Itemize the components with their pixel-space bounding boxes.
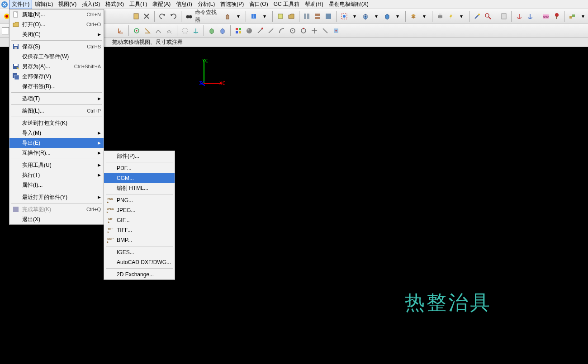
file-menu-item-1[interactable]: 打开(O)...Ctrl+O <box>9 19 104 29</box>
file-menu-item-21[interactable]: 属性(I)... <box>9 180 104 190</box>
note-icon[interactable]: note <box>541 11 551 21</box>
menu-view[interactable]: 视图(V) <box>56 0 79 9</box>
dropdown-arrow-icon[interactable]: ▾ <box>393 11 403 21</box>
file-menu-item-6[interactable]: 另存为(A)...Ctrl+Shift+A <box>9 61 104 71</box>
lightning-icon[interactable] <box>446 11 456 21</box>
menu-xingchuang[interactable]: 星创电极编程(X) <box>326 0 371 9</box>
menu-prefs[interactable]: 首选项(P) <box>218 0 247 9</box>
menu-info[interactable]: 信息(I) <box>173 0 194 9</box>
circle-point-icon[interactable] <box>299 26 308 36</box>
menu-assembly[interactable]: 装配(A) <box>150 0 173 9</box>
menu-tools[interactable]: 工具(T) <box>127 0 150 9</box>
colors-icon[interactable] <box>233 26 243 36</box>
curve-icon[interactable] <box>153 26 163 36</box>
export-submenu-item-4[interactable]: 编创 HTML... <box>104 183 175 193</box>
file-menu-item-17[interactable]: 互操作(R)...▶ <box>9 148 104 158</box>
layers-icon[interactable] <box>408 11 418 21</box>
select-rect-icon[interactable] <box>180 26 190 36</box>
fit-icon[interactable] <box>339 11 349 21</box>
export-submenu-item-6[interactable]: PNG▸PNG... <box>104 195 175 205</box>
sheet-icon[interactable] <box>499 11 509 21</box>
export-submenu-item-13[interactable]: AutoCAD DXF/DWG... <box>104 257 175 267</box>
line-icon[interactable] <box>266 26 276 36</box>
new-part-icon[interactable] <box>275 11 285 21</box>
menu-file[interactable]: 文件(F) <box>9 0 32 9</box>
file-menu-item-2[interactable]: 关闭(C)▶ <box>9 29 104 39</box>
layout3-icon[interactable] <box>323 11 333 21</box>
delete-icon[interactable] <box>142 11 152 21</box>
file-menu-item-15[interactable]: 导入(M)▶ <box>9 128 104 138</box>
cube-green-icon[interactable] <box>207 26 217 36</box>
file-menu-item-10[interactable]: 选项(T)▶ <box>9 94 104 104</box>
boxes-icon[interactable] <box>567 11 577 21</box>
file-menu-item-5[interactable]: 仅保存工作部件(W) <box>9 52 104 61</box>
dropdown-arrow-icon[interactable]: ▾ <box>350 11 360 21</box>
circle-center-icon[interactable] <box>288 26 298 36</box>
binoculars-icon[interactable] <box>184 11 194 21</box>
coord-origin-icon[interactable] <box>116 26 126 36</box>
file-menu-item-26[interactable]: 退出(X) <box>9 214 104 224</box>
menu-format[interactable]: 格式(R) <box>103 0 127 9</box>
file-menu-item-12[interactable]: 绘图(L)...Ctrl+P <box>9 106 104 116</box>
menu-insert[interactable]: 插入(S) <box>79 0 103 9</box>
file-menu-item-16[interactable]: 导出(E)▶ <box>9 138 104 148</box>
coord-red-icon[interactable] <box>514 11 524 21</box>
file-menu-item-0[interactable]: 新建(N)...Ctrl+N <box>9 9 104 19</box>
file-menu-item-7[interactable]: 全部保存(V) <box>9 71 104 81</box>
undo-icon[interactable] <box>157 11 167 21</box>
cross-icon[interactable] <box>309 26 319 36</box>
cube-shaded-icon[interactable] <box>382 11 392 21</box>
open-part-icon[interactable] <box>286 11 296 21</box>
dropdown-arrow-icon[interactable]: ▾ <box>260 11 270 21</box>
layout1-icon[interactable] <box>302 11 312 21</box>
dropdown-arrow-icon[interactable]: ▾ <box>419 11 429 21</box>
file-menu-item-14[interactable]: 发送到打包文件(K) <box>9 118 104 128</box>
offset-icon[interactable] <box>164 26 174 36</box>
export-submenu-item-9[interactable]: TIFF▸TIFF... <box>104 225 175 235</box>
file-menu-item-4[interactable]: 保存(S)Ctrl+S <box>9 42 104 52</box>
diag-icon[interactable] <box>320 26 330 36</box>
menu-gc[interactable]: GC 工具箱 <box>271 0 302 9</box>
export-submenu-item-0[interactable]: 部件(P)... <box>104 151 175 161</box>
point-on-face-icon[interactable] <box>331 26 341 36</box>
export-submenu-item-2[interactable]: PDF... <box>104 163 175 173</box>
paste-icon[interactable] <box>131 11 141 21</box>
line-point-icon[interactable] <box>255 26 265 36</box>
dropdown-arrow-icon[interactable]: ▾ <box>371 11 381 21</box>
export-submenu-item-8[interactable]: GIF▸GIF... <box>104 215 175 225</box>
cube-blue-icon[interactable] <box>218 26 228 36</box>
menu-window[interactable]: 窗口(O) <box>247 0 270 9</box>
printer-icon[interactable] <box>435 11 445 21</box>
dropdown-arrow-icon[interactable]: ▾ <box>456 11 466 21</box>
redo-icon[interactable] <box>168 11 178 21</box>
hand-icon[interactable] <box>223 11 232 21</box>
layout2-icon[interactable] <box>313 11 322 21</box>
cube-wire-icon[interactable] <box>360 11 370 21</box>
wand-icon[interactable] <box>472 11 482 21</box>
angle-icon[interactable] <box>142 26 152 36</box>
sphere-icon[interactable] <box>244 26 254 36</box>
export-submenu-item-12[interactable]: IGES... <box>104 247 175 257</box>
command-finder-label[interactable]: 命令查找器 <box>195 9 222 24</box>
target-icon[interactable] <box>132 26 142 36</box>
file-menu-item-20[interactable]: 执行(T)▶ <box>9 170 104 180</box>
dropdown-arrow-icon[interactable]: ▾ <box>233 11 243 21</box>
export-submenu-item-10[interactable]: BMP▸BMP... <box>104 235 175 245</box>
magnify-arrow-icon[interactable] <box>483 11 493 21</box>
menu-help[interactable]: 帮助(H) <box>302 0 326 9</box>
menu-analysis[interactable]: 分析(L) <box>195 0 218 9</box>
export-submenu-item-3[interactable]: CGM... <box>104 173 175 183</box>
file-menu-item-23[interactable]: 最近打开的部件(Y)▶ <box>9 192 104 202</box>
dropdown-arrow-icon[interactable]: ▾ <box>578 11 588 21</box>
arc-icon[interactable] <box>277 26 287 36</box>
menu-edit[interactable]: 编辑(E) <box>32 0 56 9</box>
wcs-cyan-icon[interactable] <box>191 26 201 36</box>
export-submenu-item-7[interactable]: JPEG▸JPEG... <box>104 205 175 215</box>
pin-icon[interactable] <box>552 11 562 21</box>
selection-box[interactable] <box>2 27 9 34</box>
coord-blue-icon[interactable] <box>525 11 535 21</box>
info-icon[interactable]: i <box>249 11 259 21</box>
file-menu-item-8[interactable]: 保存书签(B)... <box>9 81 104 91</box>
file-menu-item-19[interactable]: 实用工具(U)▶ <box>9 160 104 170</box>
export-submenu-item-15[interactable]: 2D Exchange... <box>104 269 175 279</box>
